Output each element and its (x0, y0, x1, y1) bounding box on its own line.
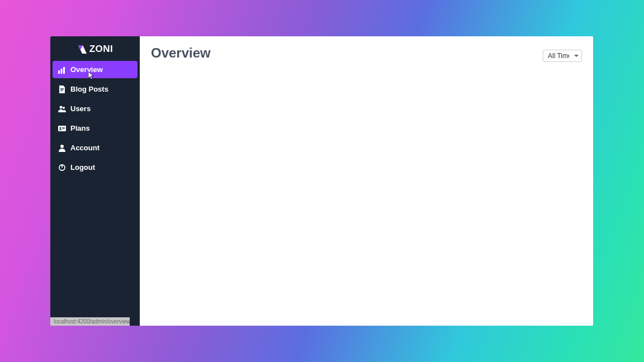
svg-rect-11 (62, 128, 65, 129)
sidebar-item-users[interactable]: Users (53, 100, 138, 117)
sidebar-item-logout[interactable]: Logout (53, 159, 138, 176)
svg-rect-2 (63, 67, 65, 74)
svg-point-9 (60, 127, 61, 128)
svg-rect-3 (60, 88, 64, 89)
status-bar: localhost:4200/admin/overview (50, 317, 130, 326)
page-title: Overview (151, 45, 582, 61)
id-card-icon (58, 125, 66, 132)
logo-mark-icon (77, 44, 88, 55)
sidebar-item-label: Users (70, 104, 91, 113)
sidebar-item-blog-posts[interactable]: Blog Posts (53, 80, 138, 98)
main-content: Overview All Time (140, 36, 593, 326)
sidebar-item-account[interactable]: Account (53, 139, 138, 156)
sidebar-item-label: Logout (70, 163, 95, 172)
svg-point-12 (60, 145, 64, 148)
logo[interactable]: ZONI (77, 44, 113, 55)
time-filter-select[interactable]: All Time (543, 50, 582, 62)
svg-rect-10 (62, 127, 65, 128)
sidebar-item-plans[interactable]: Plans (53, 120, 138, 137)
user-icon (58, 144, 66, 152)
users-icon (58, 105, 66, 113)
sidebar-item-label: Account (70, 144, 100, 152)
chart-bar-icon (58, 66, 66, 74)
svg-rect-0 (58, 70, 60, 74)
svg-rect-4 (60, 89, 64, 90)
filter-wrapper: All Time (543, 50, 582, 62)
logo-text: ZONI (89, 44, 113, 55)
sidebar-item-label: Overview (70, 65, 103, 74)
sidebar: ZONI Overview (50, 36, 140, 326)
status-bar-text: localhost:4200/admin/overview (54, 318, 130, 325)
logo-area: ZONI (50, 36, 140, 61)
sidebar-item-label: Plans (70, 124, 90, 132)
svg-rect-5 (60, 90, 63, 91)
sidebar-item-label: Blog Posts (70, 85, 108, 93)
svg-point-6 (60, 106, 63, 108)
svg-rect-1 (61, 69, 63, 74)
svg-point-7 (63, 107, 65, 109)
sidebar-item-overview[interactable]: Overview (53, 61, 138, 78)
app-window: ZONI Overview (50, 36, 593, 326)
power-icon (58, 164, 66, 172)
file-icon (58, 85, 66, 93)
sidebar-nav: Overview Blog Posts (50, 61, 140, 178)
